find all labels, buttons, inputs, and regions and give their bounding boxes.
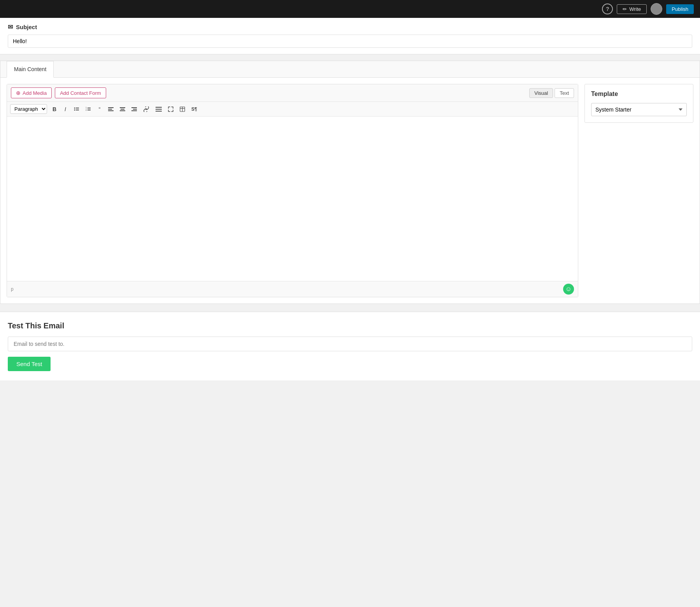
formatting-toolbar: Paragraph B I	[7, 102, 578, 117]
svg-rect-17	[156, 107, 162, 108]
svg-rect-14	[131, 107, 137, 108]
svg-rect-1	[76, 108, 79, 108]
svg-rect-7	[88, 110, 91, 110]
align-right-button[interactable]	[129, 105, 140, 113]
paragraph-select[interactable]: Paragraph	[10, 104, 47, 114]
svg-rect-10	[108, 110, 114, 111]
ordered-list-button[interactable]: 1. 2.	[83, 105, 94, 113]
subject-input[interactable]	[8, 35, 692, 48]
subject-label: ✉ Subject	[8, 18, 692, 35]
svg-rect-16	[131, 110, 137, 111]
svg-rect-5	[88, 108, 91, 108]
send-test-button[interactable]: Send Test	[8, 357, 51, 371]
add-media-button[interactable]: ⊕ Add Media	[11, 87, 52, 98]
svg-point-2	[74, 109, 75, 110]
blockquote-button[interactable]: “	[94, 105, 105, 114]
test-email-section: Test This Email Send Test	[0, 312, 700, 380]
editor-view-toggle: Visual Text	[529, 88, 574, 98]
svg-rect-12	[121, 109, 124, 110]
sidebar: Template System Starter Default Custom	[584, 84, 693, 297]
svg-rect-18	[156, 109, 162, 110]
svg-rect-13	[120, 110, 125, 111]
pen-icon: ✏	[623, 6, 627, 12]
media-icon: ⊕	[16, 90, 21, 96]
svg-rect-3	[76, 110, 79, 110]
test-email-title: Test This Email	[8, 321, 692, 330]
envelope-icon: ✉	[8, 23, 13, 31]
editor-box: ⊕ Add Media Add Contact Form Visual Text…	[7, 84, 578, 297]
svg-rect-19	[156, 111, 162, 112]
text-view-button[interactable]: Text	[555, 88, 574, 98]
svg-text:2.: 2.	[86, 109, 87, 111]
tabs-bar: Main Content	[0, 61, 700, 78]
test-email-input[interactable]	[8, 337, 692, 351]
svg-rect-15	[133, 109, 137, 110]
publish-button[interactable]: Publish	[666, 4, 694, 14]
bold-button[interactable]: B	[49, 105, 60, 114]
add-contact-form-button[interactable]: Add Contact Form	[55, 87, 106, 98]
align-left-button[interactable]	[105, 105, 116, 113]
page-body: ✉ Subject Main Content ⊕ Add Media	[0, 18, 700, 396]
spellcheck-button[interactable]: S¶	[189, 105, 200, 113]
svg-rect-11	[120, 107, 125, 108]
unordered-list-button[interactable]	[71, 105, 82, 113]
content-layout: ⊕ Add Media Add Contact Form Visual Text…	[0, 78, 700, 304]
editor-top-bar: ⊕ Add Media Add Contact Form Visual Text	[7, 84, 578, 102]
emoji-button[interactable]: ☺	[563, 284, 574, 295]
italic-button[interactable]: I	[60, 105, 70, 114]
editor-top-left: ⊕ Add Media Add Contact Form	[11, 87, 106, 98]
avatar[interactable]	[651, 3, 662, 15]
editor-statusbar: p ☺	[7, 281, 578, 297]
write-button[interactable]: ✏ Write	[617, 4, 647, 14]
template-select[interactable]: System Starter Default Custom	[591, 103, 687, 116]
svg-rect-9	[108, 109, 112, 110]
svg-point-0	[74, 107, 75, 108]
hr-button[interactable]	[153, 105, 164, 113]
subject-section: ✉ Subject	[0, 18, 700, 54]
editor-textarea[interactable]	[7, 117, 578, 280]
editor-tag-indicator: p	[11, 286, 14, 292]
fullscreen-button[interactable]	[165, 105, 176, 113]
topbar: ? ✏ Write Publish	[0, 0, 700, 18]
tab-main-content[interactable]: Main Content	[7, 61, 54, 78]
link-button[interactable]	[140, 105, 152, 113]
template-panel: Template System Starter Default Custom	[584, 84, 693, 123]
align-center-button[interactable]	[117, 105, 128, 113]
template-panel-title: Template	[591, 91, 687, 98]
editor-section: Main Content ⊕ Add Media Add Contact For…	[0, 61, 700, 304]
help-button[interactable]: ?	[602, 3, 613, 14]
table-button[interactable]	[177, 105, 188, 113]
visual-view-button[interactable]: Visual	[529, 88, 553, 98]
svg-rect-8	[108, 107, 114, 108]
